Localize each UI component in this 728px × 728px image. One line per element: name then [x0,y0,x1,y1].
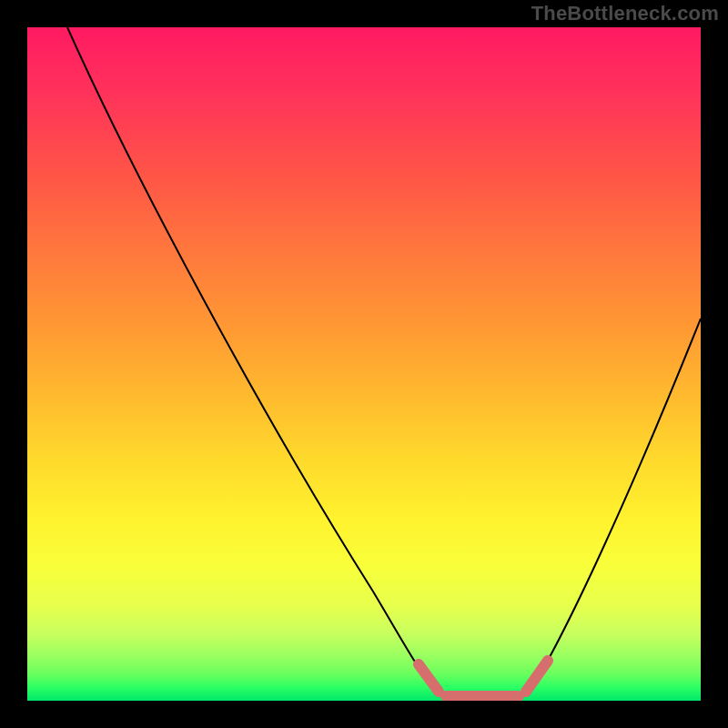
chart-frame: TheBottleneck.com [0,0,728,728]
watermark-text: TheBottleneck.com [531,2,719,25]
optimal-band-right [526,661,548,692]
curve-left [67,27,437,692]
optimal-band-left [419,664,439,692]
curve-overlay [27,27,701,701]
curve-right [530,318,701,692]
